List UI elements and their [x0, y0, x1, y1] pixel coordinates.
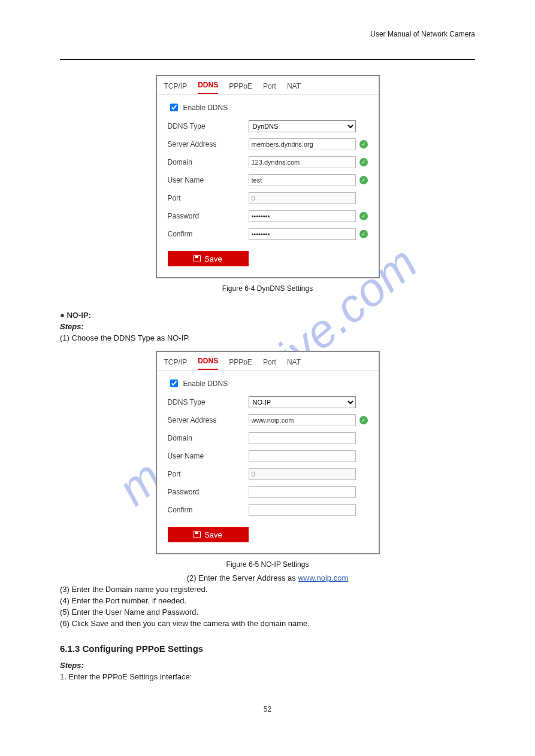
tab-port[interactable]: Port — [263, 82, 276, 94]
input-user-name[interactable] — [249, 174, 356, 186]
section-heading: 6.1.3 Configuring PPPoE Settings — [60, 643, 475, 654]
select-ddns-type[interactable]: DynDNS — [249, 120, 356, 132]
input-confirm[interactable] — [249, 504, 356, 516]
header-divider — [60, 59, 475, 60]
input-password[interactable] — [249, 210, 356, 222]
label-domain: Domain — [168, 434, 249, 442]
valid-icon: ✓ — [359, 158, 368, 166]
tabs-row: TCP/IP DDNS PPPoE Port NAT — [157, 352, 379, 371]
valid-icon: ✓ — [359, 176, 368, 184]
label-password: Password — [168, 212, 249, 220]
step1-text: (1) Choose the DDNS Type as NO-IP. — [60, 333, 475, 342]
label-ddns-type: DDNS Type — [168, 122, 249, 130]
header-title: User Manual of Network Camera — [60, 30, 475, 38]
label-user-name: User Name — [168, 176, 249, 184]
noip-link[interactable]: www.noip.com — [298, 573, 348, 582]
label-server-address: Server Address — [168, 140, 249, 148]
page-number: 52 — [60, 705, 475, 714]
valid-icon: ✓ — [359, 140, 368, 148]
label-server-address: Server Address — [168, 416, 249, 424]
tabs-row: TCP/IP DDNS PPPoE Port NAT — [157, 76, 379, 95]
ddns-panel-2: TCP/IP DDNS PPPoE Port NAT Enable DDNS D… — [156, 351, 380, 554]
label-domain: Domain — [168, 158, 249, 166]
form-area: Enable DDNS DDNS Type DynDNS Server Addr… — [157, 95, 379, 277]
enable-ddns-checkbox[interactable] — [170, 104, 178, 111]
step6-text: (6) Click Save and then you can view the… — [60, 619, 475, 628]
input-domain[interactable] — [249, 156, 356, 168]
input-password[interactable] — [249, 486, 356, 498]
save-button[interactable]: Save — [168, 251, 249, 266]
step3-text: (3) Enter the Domain name you registered… — [60, 585, 475, 594]
save-icon — [194, 255, 201, 262]
tab-ddns[interactable]: DDNS — [198, 81, 218, 94]
noip-bullet: ● NO-IP: — [60, 311, 475, 320]
save-icon — [194, 531, 201, 538]
input-confirm[interactable] — [249, 228, 356, 240]
label-port: Port — [168, 194, 249, 202]
enable-ddns-label: Enable DDNS — [183, 379, 228, 388]
save-label: Save — [204, 254, 222, 263]
save-button[interactable]: Save — [168, 527, 249, 542]
valid-icon: ✓ — [359, 212, 368, 220]
section-line: 1. Enter the PPPoE Settings interface: — [60, 672, 475, 681]
section-sub: Steps: — [60, 661, 475, 670]
label-password: Password — [168, 488, 249, 496]
tab-tcpip[interactable]: TCP/IP — [164, 358, 188, 370]
tab-ddns[interactable]: DDNS — [198, 357, 218, 370]
valid-icon: ✓ — [359, 416, 368, 424]
label-confirm: Confirm — [168, 230, 249, 238]
input-port[interactable] — [249, 468, 356, 480]
figure-caption-2: Figure 6-5 NO-IP Settings — [60, 560, 475, 569]
steps-label: Steps: — [60, 322, 475, 331]
tab-tcpip[interactable]: TCP/IP — [164, 82, 188, 94]
select-ddns-type[interactable]: NO-IP — [249, 396, 356, 408]
label-confirm: Confirm — [168, 506, 249, 514]
step2-text: (2) Enter the Server Address as www.noip… — [60, 573, 475, 582]
ddns-panel-1: TCP/IP DDNS PPPoE Port NAT Enable DDNS D… — [156, 75, 380, 278]
figure-caption-1: Figure 6-4 DynDNS Settings — [60, 284, 475, 293]
tab-port[interactable]: Port — [263, 358, 276, 370]
form-area: Enable DDNS DDNS Type NO-IP Server Addre… — [157, 371, 379, 553]
input-server-address[interactable] — [249, 414, 356, 426]
label-port: Port — [168, 470, 249, 478]
tab-pppoe[interactable]: PPPoE — [229, 358, 252, 370]
tab-nat[interactable]: NAT — [287, 82, 301, 94]
step4-text: (4) Enter the Port number, if needed. — [60, 596, 475, 605]
input-domain[interactable] — [249, 432, 356, 444]
enable-ddns-label: Enable DDNS — [183, 104, 228, 112]
input-server-address[interactable] — [249, 138, 356, 150]
tab-pppoe[interactable]: PPPoE — [229, 82, 252, 94]
step5-text: (5) Enter the User Name and Password. — [60, 608, 475, 617]
input-port[interactable] — [249, 192, 356, 204]
label-ddns-type: DDNS Type — [168, 398, 249, 406]
label-user-name: User Name — [168, 452, 249, 460]
save-label: Save — [204, 530, 222, 539]
input-user-name[interactable] — [249, 450, 356, 462]
valid-icon: ✓ — [359, 230, 368, 238]
tab-nat[interactable]: NAT — [287, 358, 301, 370]
enable-ddns-checkbox[interactable] — [170, 379, 178, 387]
